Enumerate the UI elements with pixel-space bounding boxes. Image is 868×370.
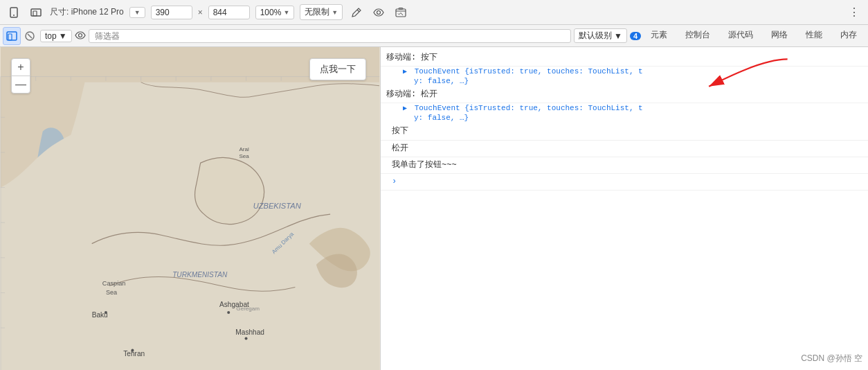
svg-text:Tehran: Tehran bbox=[123, 350, 145, 358]
console-line: 移动端: 松开 bbox=[381, 87, 868, 103]
tab-elements[interactable]: 元素 bbox=[642, 25, 676, 46]
main-content: Caspian Sea Baku Aral Sea UZBEKISTAN TUR… bbox=[0, 47, 868, 370]
console-line: 我单击了按钮~~~ bbox=[381, 157, 868, 174]
filter-input[interactable] bbox=[89, 29, 571, 43]
toggle-device-btn[interactable] bbox=[3, 27, 21, 45]
svg-point-22 bbox=[227, 311, 230, 314]
svg-text:Geregam: Geregam bbox=[236, 306, 260, 312]
error-badge: 4 bbox=[630, 32, 641, 40]
tab-performance[interactable]: 性能 bbox=[797, 25, 831, 46]
tab-network[interactable]: 网络 bbox=[763, 25, 796, 46]
mobile-view-icon[interactable] bbox=[6, 4, 22, 21]
screenshot-icon[interactable] bbox=[392, 4, 409, 21]
log-label-3: 按下 bbox=[392, 125, 408, 138]
zoom-in-btn[interactable]: + bbox=[12, 59, 30, 76]
svg-text:Aral: Aral bbox=[239, 146, 249, 152]
dimension-x: × bbox=[198, 8, 203, 17]
svg-point-27 bbox=[131, 349, 134, 352]
top-context-dropdown[interactable]: top ▼ bbox=[40, 30, 72, 42]
zoom-controls: + — bbox=[11, 58, 30, 94]
prompt-arrow: › bbox=[392, 175, 397, 188]
limit-chevron: ▼ bbox=[332, 9, 338, 16]
csdn-watermark: CSDN @孙悟 空 bbox=[801, 353, 862, 364]
console-panel: 移动端: 按下 ▶ TouchEvent {isTrusted: true, t… bbox=[381, 47, 868, 370]
clear-console-btn[interactable] bbox=[22, 28, 37, 44]
device-label: 尺寸: iPhone 12 Pro bbox=[50, 6, 124, 18]
svg-text:TURKMENISTAN: TURKMENISTAN bbox=[172, 271, 228, 279]
log-sub-2: ▶ TouchEvent {isTrusted: true, touches: … bbox=[381, 103, 868, 113]
tab-console[interactable]: 控制台 bbox=[677, 25, 718, 46]
log-label-5: 我单击了按钮~~~ bbox=[392, 159, 457, 172]
svg-point-16 bbox=[105, 311, 107, 314]
console-line: 松开 bbox=[381, 141, 868, 157]
svg-text:Mashhad: Mashhad bbox=[235, 328, 264, 336]
svg-text:Caspian: Caspian bbox=[102, 280, 125, 287]
svg-rect-3 bbox=[33, 11, 37, 16]
level-chevron: ▼ bbox=[614, 31, 622, 41]
log-sub-2b: y: false, …} bbox=[381, 113, 868, 123]
more-options-icon[interactable]: ⋮ bbox=[846, 6, 862, 19]
log-level-dropdown[interactable]: 默认级别 ▼ bbox=[574, 28, 627, 43]
log-label-2: 移动端: 松开 bbox=[386, 89, 437, 99]
top-chevron: ▼ bbox=[59, 31, 67, 41]
map-container: Caspian Sea Baku Aral Sea UZBEKISTAN TUR… bbox=[0, 47, 380, 370]
log-label-1: 移动端: 按下 bbox=[386, 53, 437, 62]
width-input[interactable]: 390 bbox=[151, 6, 192, 19]
eyedropper-icon[interactable] bbox=[348, 4, 365, 21]
zoom-out-btn[interactable]: — bbox=[12, 76, 30, 93]
zoom-select[interactable]: 100% ▼ bbox=[255, 6, 295, 19]
device-chevron: ▼ bbox=[134, 9, 141, 16]
log-sub-1b: y: false, …} bbox=[381, 76, 868, 87]
limit-select[interactable]: 无限制 ▼ bbox=[300, 4, 343, 20]
svg-rect-8 bbox=[8, 34, 12, 40]
click-me-btn[interactable]: 点我一下 bbox=[309, 58, 366, 80]
console-line: 移动端: 按下 bbox=[381, 50, 868, 67]
height-input[interactable]: 844 bbox=[208, 6, 250, 19]
expand-arrow-1[interactable]: ▶ bbox=[403, 68, 407, 76]
svg-text:UZBEKISTAN: UZBEKISTAN bbox=[253, 202, 302, 210]
svg-text:Sea: Sea bbox=[239, 153, 249, 159]
devtools-tabbar: top ▼ 默认级别 ▼ 4 元素 控制台 源代码 bbox=[0, 25, 868, 47]
console-output: 移动端: 按下 ▶ TouchEvent {isTrusted: true, t… bbox=[381, 47, 868, 370]
visibility-icon[interactable] bbox=[370, 4, 387, 21]
device-select[interactable]: 尺寸: iPhone 12 Pro ▼ bbox=[129, 7, 145, 18]
svg-rect-2 bbox=[31, 9, 41, 16]
eye-filter-icon[interactable] bbox=[75, 30, 86, 42]
tab-memory[interactable]: 内存 bbox=[832, 25, 865, 46]
console-prompt-line: › bbox=[381, 174, 868, 191]
zoom-chevron: ▼ bbox=[283, 9, 289, 16]
map-svg: Caspian Sea Baku Aral Sea UZBEKISTAN TUR… bbox=[0, 47, 380, 370]
console-line: 按下 bbox=[381, 123, 868, 140]
svg-point-4 bbox=[377, 10, 381, 14]
svg-point-11 bbox=[78, 33, 82, 37]
svg-point-1 bbox=[13, 15, 15, 16]
svg-line-10 bbox=[28, 34, 32, 38]
top-toolbar: 尺寸: iPhone 12 Pro 尺寸: iPhone 12 Pro ▼ 39… bbox=[0, 0, 868, 25]
expand-arrow-2[interactable]: ▶ bbox=[403, 105, 407, 112]
log-label-4: 松开 bbox=[392, 142, 408, 155]
log-sub-1: ▶ TouchEvent {isTrusted: true, touches: … bbox=[381, 67, 868, 76]
tab-sources[interactable]: 源代码 bbox=[720, 25, 761, 46]
phone-preview-panel: Caspian Sea Baku Aral Sea UZBEKISTAN TUR… bbox=[0, 47, 381, 370]
responsive-view-icon[interactable] bbox=[28, 4, 44, 21]
svg-point-25 bbox=[245, 337, 248, 340]
svg-text:Sea: Sea bbox=[106, 289, 118, 296]
